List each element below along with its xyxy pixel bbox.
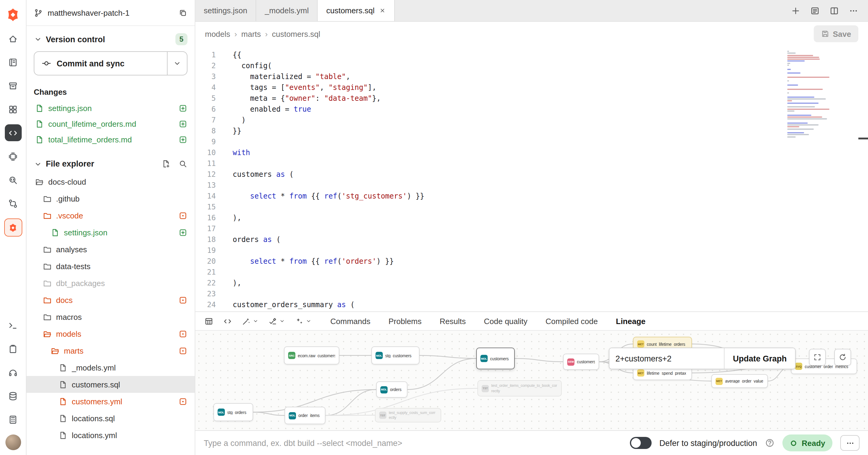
layout-split-icon[interactable] — [830, 6, 839, 16]
lineage-fullscreen-button[interactable] — [809, 349, 826, 366]
rail-dbt-project-button[interactable] — [4, 219, 22, 236]
chevron-down-icon[interactable] — [34, 160, 42, 168]
tree-item-analyses[interactable]: analyses — [27, 241, 195, 258]
code-icon — [8, 127, 18, 138]
panel-tool-table-button[interactable] — [201, 314, 216, 328]
more-options-button[interactable] — [840, 435, 860, 451]
tree-item-locations.yml[interactable]: locations.yml — [27, 427, 195, 444]
folder-open-icon — [43, 329, 52, 338]
tree-item-docs[interactable]: docs — [27, 291, 195, 308]
file-tree: docs-cloud.github.vscodesettings.jsonana… — [27, 173, 195, 455]
lineage-canvas[interactable]: Update Graph SRCecom.raw_customersMDLstg… — [195, 331, 868, 430]
panel-tool-ai-button[interactable] — [292, 314, 315, 328]
tree-item-.vscode[interactable]: .vscode — [27, 207, 195, 224]
tree-item-marts[interactable]: marts — [27, 342, 195, 359]
commit-options-caret[interactable] — [167, 52, 187, 75]
plus-icon[interactable] — [791, 6, 801, 16]
ellipsis-icon[interactable] — [849, 6, 858, 16]
breadcrumb-row: models›marts›customers.sql Save — [195, 22, 868, 46]
stage-file-icon[interactable] — [179, 104, 187, 113]
changed-file-row[interactable]: settings.json — [27, 100, 195, 116]
tree-item-.github[interactable]: .github — [27, 190, 195, 207]
lineage-node-stg_customers[interactable]: MDLstg_customers — [371, 346, 420, 365]
search-icon[interactable] — [179, 159, 187, 168]
rail-search-code-button[interactable] — [4, 171, 22, 188]
panel-tab-Compiled code[interactable]: Compiled code — [546, 316, 598, 325]
new-file-icon[interactable] — [161, 159, 170, 168]
file-explorer-header[interactable]: File explorer — [27, 151, 195, 173]
lineage-node-raw_customers[interactable]: SRCecom.raw_customers — [284, 346, 339, 365]
close-tab-icon[interactable] — [379, 7, 386, 14]
lineage-selector: Update Graph — [609, 348, 796, 369]
line-number: 24 — [195, 299, 224, 310]
rail-code-button[interactable] — [4, 124, 22, 141]
rail-archive-button[interactable] — [4, 77, 22, 94]
commit-and-sync-main[interactable]: Commit and sync — [34, 52, 167, 75]
lineage-refresh-button[interactable] — [834, 349, 851, 366]
save-button[interactable]: Save — [813, 25, 858, 42]
tree-item-models[interactable]: models — [27, 325, 195, 342]
rail-database-button[interactable] — [4, 388, 22, 404]
code-line: }} — [233, 125, 868, 136]
code-editor[interactable]: 123456789101112131415161718192021222324 … — [195, 46, 868, 311]
rail-git-compare-button[interactable] — [4, 195, 22, 212]
rail-home-button[interactable] — [4, 30, 22, 47]
version-control-header[interactable]: Version control 5 — [27, 26, 195, 50]
panel-tab-Problems[interactable]: Problems — [389, 316, 422, 325]
help-icon[interactable] — [765, 438, 775, 448]
rail-headset-button[interactable] — [4, 364, 22, 381]
lineage-node-customers_model[interactable]: MDLcustomers — [476, 348, 515, 369]
panel-tab-Lineage[interactable]: Lineage — [616, 316, 646, 325]
lineage-node-test_supply_costs[interactable]: TSTtest_supply_costs_sum_correctly — [375, 408, 441, 422]
update-graph-button[interactable]: Update Graph — [724, 348, 795, 369]
command-input[interactable]: Type a command, ex. dbt build --select <… — [204, 438, 622, 448]
breadcrumb-item[interactable]: marts — [241, 30, 261, 39]
code-area[interactable]: {{ config( materialized = "table", tags … — [224, 46, 868, 311]
panel-tab-Code quality[interactable]: Code quality — [484, 316, 528, 325]
breadcrumb-item[interactable]: models — [205, 30, 230, 39]
editor-tab-settings.json[interactable]: settings.json — [195, 0, 256, 21]
lineage-node-average_order_value[interactable]: METaverage_order_value — [711, 374, 768, 388]
defer-toggle[interactable] — [630, 437, 652, 449]
tree-item-_models.yml[interactable]: _models.yml — [27, 359, 195, 376]
panel-tool-lint-button[interactable] — [265, 314, 288, 328]
tree-item-locations.sql[interactable]: locations.sql — [27, 410, 195, 427]
rail-cube-button[interactable] — [4, 148, 22, 165]
lineage-node-stg_orders[interactable]: MDLstg_orders — [213, 403, 253, 421]
tree-item-macros[interactable]: macros — [27, 308, 195, 325]
stage-file-icon[interactable] — [179, 119, 187, 128]
lineage-node-order_items[interactable]: MDLorder_items — [284, 407, 326, 424]
changed-file-row[interactable]: count_lifetime_orders.md — [27, 116, 195, 132]
scrollbar-thumb[interactable] — [858, 138, 868, 139]
stage-file-icon[interactable] — [179, 135, 187, 144]
tree-item-dbt_packages[interactable]: dbt_packages — [27, 275, 195, 291]
tree-item-data-tests[interactable]: data-tests — [27, 258, 195, 275]
lineage-node-orders[interactable]: MDLorders — [376, 381, 407, 398]
lineage-selector-input[interactable] — [610, 348, 724, 369]
panel-tab-Commands[interactable]: Commands — [330, 316, 370, 325]
user-avatar[interactable] — [5, 434, 21, 450]
chevron-down-icon[interactable] — [34, 35, 42, 44]
tree-item-customers.sql[interactable]: customers.sql — [27, 376, 195, 393]
lineage-node-test_order_items[interactable]: TSTtest_order_items_compute_to_book_corr… — [477, 380, 562, 396]
rail-clipboard-button[interactable] — [4, 340, 22, 357]
changed-file-row[interactable]: total_lifetime_orders.md — [27, 132, 195, 147]
save-icon — [821, 30, 829, 38]
rail-grid-button[interactable] — [4, 101, 22, 118]
rail-notebook-button[interactable] — [4, 54, 22, 70]
layout-list-icon[interactable] — [810, 6, 820, 16]
tree-item-customers.yml[interactable]: customers.yml — [27, 393, 195, 410]
rail-calculator-button[interactable] — [4, 411, 22, 428]
tree-item-settings.json[interactable]: settings.json — [27, 224, 195, 241]
panel-tool-code-button[interactable] — [220, 314, 235, 328]
panel-tab-Results[interactable]: Results — [440, 316, 466, 325]
panel-tool-wand-button[interactable] — [239, 314, 261, 328]
editor-tab-customers.sql[interactable]: customers.sql — [318, 0, 395, 21]
minimap[interactable] — [787, 51, 855, 138]
rail-terminal-button[interactable] — [4, 317, 22, 334]
tree-item-docs-cloud[interactable]: docs-cloud — [27, 173, 195, 190]
copy-branch-icon[interactable] — [179, 8, 187, 17]
breadcrumb-item[interactable]: customers.sql — [272, 30, 320, 39]
editor-tab-_models.yml[interactable]: _models.yml — [256, 0, 318, 21]
lineage-node-customers_semantic[interactable]: SEMcustomers — [563, 353, 599, 370]
